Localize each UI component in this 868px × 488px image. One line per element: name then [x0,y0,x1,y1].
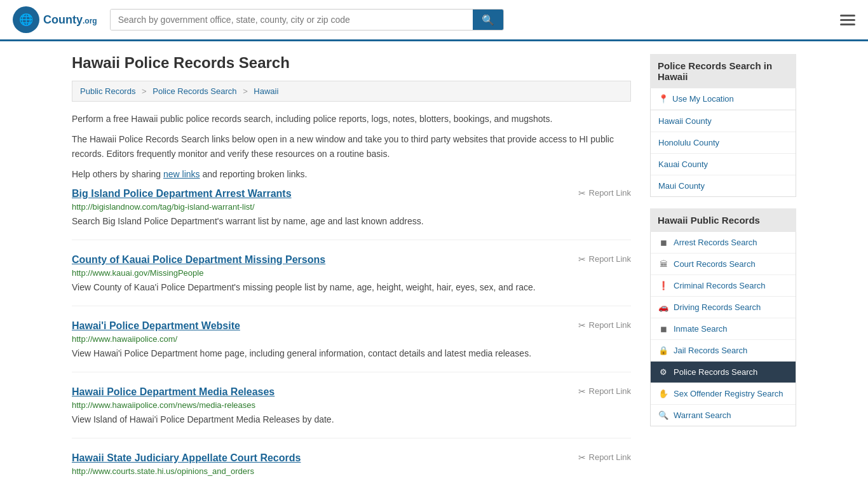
sidebar-item-police-records[interactable]: ⚙ Police Records Search [651,362,796,383]
sidebar-item-label: Honolulu County [658,138,719,147]
sidebar-record-link[interactable]: ❗ Criminal Records Search [651,275,796,296]
report-link-icon: ✂ [578,254,586,264]
new-links-link[interactable]: new links [163,169,200,179]
driving-records-icon: 🚗 [658,302,668,312]
sidebar-item-hawaii-county[interactable]: Hawaii County [651,111,796,132]
sidebar-use-location[interactable]: 📍 Use My Location [651,88,796,111]
sidebar-county-link[interactable]: Maui County [651,175,796,196]
sidebar-item-arrest-records[interactable]: ◼ Arrest Records Search [651,232,796,254]
report-link-button[interactable]: ✂ Report Link [578,254,631,264]
sidebar-item-label: Kauai County [658,159,708,169]
search-input[interactable] [111,10,473,30]
court-records-icon: 🏛 [658,259,668,269]
intro-paragraph-2: The Hawaii Police Records Search links b… [72,132,631,161]
breadcrumb-public-records[interactable]: Public Records [80,86,135,96]
report-link-button[interactable]: ✂ Report Link [578,452,631,463]
page-title: Hawaii Police Records Search [72,54,631,72]
sidebar-item-inmate-search[interactable]: ◼ Inmate Search [651,318,796,340]
sidebar-record-link[interactable]: 🚗 Driving Records Search [651,297,796,318]
result-desc: View Hawai'i Police Department home page… [72,347,631,360]
warrant-search-icon: 🔍 [658,410,668,420]
result-header: County of Kauai Police Department Missin… [72,254,631,266]
result-url[interactable]: http://www.hawaiipolice.com/ [72,334,631,344]
report-link-button[interactable]: ✂ Report Link [578,320,631,330]
sidebar-record-link[interactable]: 🏛 Court Records Search [651,254,796,274]
sidebar-record-link[interactable]: ◼ Inmate Search [651,318,796,339]
result-item: Hawai'i Police Department Website ✂ Repo… [72,320,631,372]
breadcrumb-hawaii[interactable]: Hawaii [254,86,278,96]
sidebar-record-link[interactable]: ◼ Arrest Records Search [651,232,796,253]
report-link-icon: ✂ [578,386,586,396]
intro3-pre: Help others by sharing [72,169,163,179]
report-link-label: Report Link [589,320,631,330]
report-link-button[interactable]: ✂ Report Link [578,188,631,198]
result-title[interactable]: Hawaii State Judiciary Appellate Court R… [72,452,301,464]
result-desc: View County of Kaua'i Police Department'… [72,281,631,294]
report-link-label: Report Link [589,386,631,396]
result-title[interactable]: Hawai'i Police Department Website [72,320,240,332]
use-location-link[interactable]: 📍 Use My Location [651,88,796,110]
result-item: Big Island Police Department Arrest Warr… [72,188,631,240]
sidebar-record-link[interactable]: ✋ Sex Offender Registry Search [651,383,796,404]
logo-text: County.org [43,13,97,27]
hamburger-line [840,24,855,25]
sidebar-item-label: Court Records Search [674,259,756,269]
sidebar-item-label: Maui County [658,181,705,191]
hamburger-menu-button[interactable] [840,15,855,25]
jail-records-icon: 🔒 [658,346,668,355]
sidebar-county-link[interactable]: Kauai County [651,154,796,175]
use-location-label: Use My Location [672,94,734,104]
criminal-records-icon: ❗ [658,281,668,290]
sidebar-item-label: Inmate Search [674,324,728,334]
report-link-button[interactable]: ✂ Report Link [578,386,631,396]
search-button[interactable]: 🔍 [473,10,503,30]
logo[interactable]: 🌐 County.org [13,6,97,33]
sidebar-item-kauai-county[interactable]: Kauai County [651,154,796,175]
sidebar-record-link[interactable]: 🔒 Jail Records Search [651,340,796,361]
sidebar-record-link[interactable]: 🔍 Warrant Search [651,405,796,426]
report-link-label: Report Link [589,254,631,264]
sidebar-item-maui-county[interactable]: Maui County [651,175,796,196]
intro-paragraph-1: Perform a free Hawaii public police reco… [72,112,631,126]
report-link-icon: ✂ [578,188,586,198]
result-url[interactable]: http://www.hawaiipolice.com/news/media-r… [72,400,631,410]
sidebar-county-link[interactable]: Hawaii County [651,111,796,132]
sidebar-item-criminal-records[interactable]: ❗ Criminal Records Search [651,275,796,297]
sidebar: Police Records Search in Hawaii 📍 Use My… [650,54,796,488]
inmate-search-icon: ◼ [658,324,668,334]
result-title[interactable]: Big Island Police Department Arrest Warr… [72,188,292,200]
result-desc: Search Big Island Police Department's wa… [72,215,631,228]
sidebar-item-honolulu-county[interactable]: Honolulu County [651,132,796,154]
content-area: Hawaii Police Records Search Public Reco… [72,54,631,488]
sidebar-section-title-1: Police Records Search in Hawaii [650,54,796,88]
result-title[interactable]: Hawaii Police Department Media Releases [72,386,275,398]
breadcrumb-police-records[interactable]: Police Records Search [153,86,236,96]
report-link-icon: ✂ [578,320,586,330]
results-list: Big Island Police Department Arrest Warr… [72,188,631,488]
result-url[interactable]: http://www.kauai.gov/MissingPeople [72,268,631,278]
result-item: County of Kauai Police Department Missin… [72,254,631,306]
sidebar-county-link[interactable]: Honolulu County [651,132,796,153]
sidebar-public-records-list: ◼ Arrest Records Search 🏛 Court Records … [650,232,796,426]
result-url[interactable]: http://www.courts.state.hi.us/opinions_a… [72,466,631,476]
result-url[interactable]: http://bigislandnow.com/tag/big-island-w… [72,202,631,212]
search-bar: 🔍 [110,9,504,30]
sidebar-item-driving-records[interactable]: 🚗 Driving Records Search [651,297,796,318]
sidebar-counties-list: 📍 Use My Location Hawaii County Honolulu… [650,88,796,197]
sidebar-item-sex-offender[interactable]: ✋ Sex Offender Registry Search [651,383,796,405]
result-header: Hawaii State Judiciary Appellate Court R… [72,452,631,464]
sidebar-item-label: Hawaii County [658,116,712,126]
location-pin-icon: 📍 [658,94,668,104]
main-container: Hawaii Police Records Search Public Reco… [59,41,809,488]
sidebar-record-link[interactable]: ⚙ Police Records Search [651,362,796,383]
header: 🌐 County.org 🔍 [0,0,868,41]
sidebar-item-court-records[interactable]: 🏛 Court Records Search [651,254,796,275]
breadcrumb-sep: > [243,86,248,96]
sidebar-item-warrant-search[interactable]: 🔍 Warrant Search [651,405,796,426]
result-title[interactable]: County of Kauai Police Department Missin… [72,254,325,266]
report-link-icon: ✂ [578,452,586,463]
sidebar-item-jail-records[interactable]: 🔒 Jail Records Search [651,340,796,362]
breadcrumb-sep: > [142,86,147,96]
result-header: Hawai'i Police Department Website ✂ Repo… [72,320,631,332]
sidebar-item-label: Driving Records Search [674,302,761,312]
